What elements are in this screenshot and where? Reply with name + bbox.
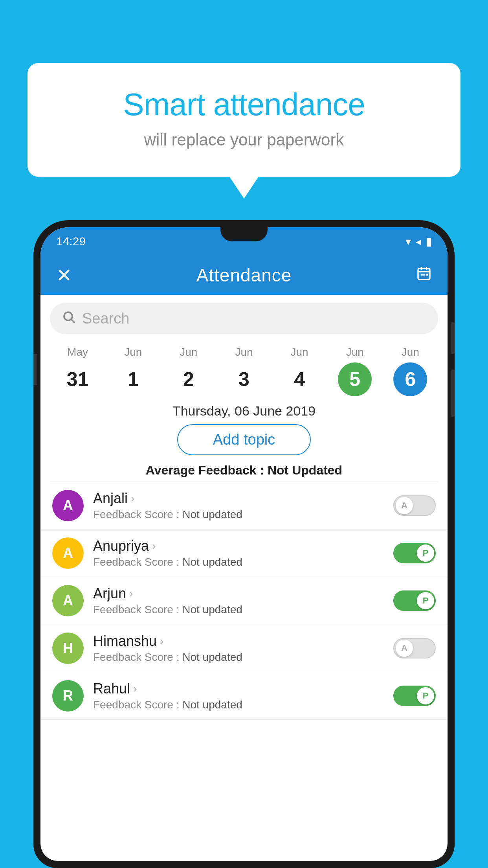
toggle-knob: P: [417, 544, 434, 562]
toggle-switch[interactable]: P: [393, 590, 436, 611]
side-button-right2: [451, 370, 455, 417]
cal-month-label: Jun: [180, 346, 197, 359]
svg-rect-6: [426, 274, 428, 276]
student-item[interactable]: AAnupriya ›Feedback Score : Not updatedP: [40, 530, 448, 577]
avatar: A: [52, 537, 84, 569]
cal-date-label[interactable]: 31: [61, 362, 95, 396]
svg-rect-4: [421, 274, 423, 276]
search-placeholder: Search: [82, 310, 129, 327]
calendar-strip: May31Jun1Jun2Jun3Jun4Jun5Jun6: [40, 342, 448, 396]
side-button-right1: [451, 322, 455, 354]
attendance-toggle[interactable]: P: [393, 686, 436, 706]
calendar-day[interactable]: Jun1: [105, 346, 161, 396]
student-name: Anjali ›: [93, 490, 384, 507]
app-title: Attendance: [196, 265, 292, 286]
calendar-icon[interactable]: [416, 266, 432, 285]
avatar: R: [52, 680, 84, 712]
avg-feedback-label: Average Feedback :: [146, 463, 264, 477]
student-feedback: Feedback Score : Not updated: [93, 556, 384, 568]
cal-date-label[interactable]: 5: [338, 362, 372, 396]
cal-month-label: Jun: [124, 346, 142, 359]
student-item[interactable]: HHimanshu ›Feedback Score : Not updatedA: [40, 625, 448, 672]
chevron-right-icon: ›: [133, 682, 137, 695]
student-name: Himanshu ›: [93, 633, 384, 649]
close-button[interactable]: ✕: [56, 264, 72, 286]
student-info: Anjali ›Feedback Score : Not updated: [93, 490, 384, 521]
toggle-switch[interactable]: P: [393, 543, 436, 563]
cal-date-label[interactable]: 6: [393, 362, 427, 396]
student-list: AAnjali ›Feedback Score : Not updatedAAA…: [40, 482, 448, 720]
battery-icon: ▮: [426, 235, 432, 248]
calendar-day[interactable]: Jun6: [383, 346, 438, 396]
cal-date-label[interactable]: 2: [172, 362, 205, 396]
chevron-right-icon: ›: [160, 635, 163, 647]
attendance-toggle[interactable]: P: [393, 590, 436, 611]
chevron-right-icon: ›: [152, 540, 156, 552]
student-item[interactable]: AAnjali ›Feedback Score : Not updatedA: [40, 482, 448, 530]
calendar-day[interactable]: May31: [50, 346, 105, 396]
attendance-toggle[interactable]: A: [393, 638, 436, 658]
bubble-subtitle: will replace your paperwork: [59, 131, 429, 149]
cal-month-label: Jun: [235, 346, 253, 359]
student-name: Arjun ›: [93, 585, 384, 602]
phone-notch: [220, 227, 268, 241]
calendar-day[interactable]: Jun4: [272, 346, 327, 396]
calendar-day[interactable]: Jun5: [327, 346, 383, 396]
search-icon: [62, 310, 76, 327]
student-name: Anupriya ›: [93, 538, 384, 554]
student-feedback: Feedback Score : Not updated: [93, 699, 384, 711]
chevron-right-icon: ›: [131, 492, 134, 505]
student-item[interactable]: RRahul ›Feedback Score : Not updatedP: [40, 672, 448, 720]
cal-month-label: Jun: [402, 346, 419, 359]
attendance-toggle[interactable]: A: [393, 495, 436, 516]
side-button-left: [33, 354, 37, 385]
signal-icon: ◂: [416, 235, 421, 248]
avatar: A: [52, 490, 84, 521]
toggle-knob: P: [417, 687, 434, 704]
phone-frame: 14:29 ▾ ◂ ▮ ✕ Attendance: [33, 220, 455, 868]
bubble-title: Smart attendance: [59, 86, 429, 123]
calendar-day[interactable]: Jun3: [216, 346, 272, 396]
svg-line-8: [72, 319, 75, 322]
student-info: Arjun ›Feedback Score : Not updated: [93, 585, 384, 616]
cal-month-label: Jun: [291, 346, 308, 359]
student-feedback: Feedback Score : Not updated: [93, 651, 384, 664]
student-feedback: Feedback Score : Not updated: [93, 603, 384, 616]
student-name: Rahul ›: [93, 680, 384, 697]
svg-point-7: [64, 312, 72, 320]
toggle-knob: P: [417, 592, 434, 609]
avg-feedback-value: Not Updated: [268, 463, 342, 477]
toggle-switch[interactable]: A: [393, 495, 436, 516]
student-item[interactable]: AArjun ›Feedback Score : Not updatedP: [40, 577, 448, 625]
cal-date-label[interactable]: 1: [116, 362, 150, 396]
toggle-switch[interactable]: A: [393, 638, 436, 658]
status-time: 14:29: [56, 235, 86, 248]
phone-screen: 14:29 ▾ ◂ ▮ ✕ Attendance: [40, 227, 448, 861]
student-info: Anupriya ›Feedback Score : Not updated: [93, 538, 384, 568]
student-feedback: Feedback Score : Not updated: [93, 508, 384, 521]
student-info: Rahul ›Feedback Score : Not updated: [93, 680, 384, 711]
speech-bubble: Smart attendance will replace your paper…: [28, 63, 460, 177]
calendar-day[interactable]: Jun2: [161, 346, 216, 396]
search-bar[interactable]: Search: [50, 303, 438, 334]
svg-rect-5: [423, 274, 425, 276]
chevron-right-icon: ›: [129, 587, 133, 600]
attendance-toggle[interactable]: P: [393, 543, 436, 563]
cal-date-label[interactable]: 3: [227, 362, 261, 396]
cal-date-label[interactable]: 4: [283, 362, 316, 396]
average-feedback: Average Feedback : Not Updated: [40, 463, 448, 478]
add-topic-button[interactable]: Add topic: [177, 424, 311, 455]
cal-month-label: Jun: [346, 346, 364, 359]
student-info: Himanshu ›Feedback Score : Not updated: [93, 633, 384, 664]
selected-date-label: Thursday, 06 June 2019: [40, 403, 448, 419]
avatar: H: [52, 633, 84, 664]
toggle-switch[interactable]: P: [393, 686, 436, 706]
wifi-icon: ▾: [405, 235, 411, 248]
avatar: A: [52, 585, 84, 616]
app-header: ✕ Attendance: [40, 256, 448, 295]
toggle-knob: A: [396, 497, 413, 514]
status-icons: ▾ ◂ ▮: [405, 235, 432, 248]
toggle-knob: A: [396, 640, 413, 657]
cal-month-label: May: [67, 346, 88, 359]
